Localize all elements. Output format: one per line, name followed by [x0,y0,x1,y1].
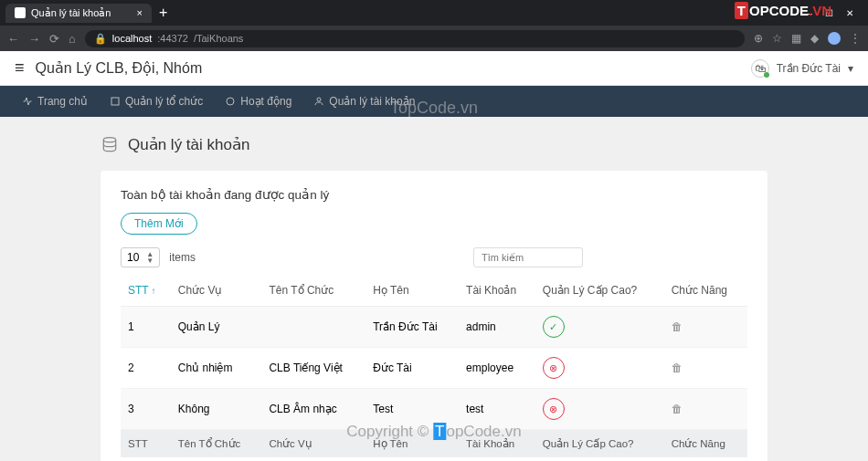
accounts-table: STT Chức Vụ Tên Tổ Chức Họ Tên Tài Khoản… [121,275,747,457]
page-size-select[interactable]: 10 ▲▼ [121,247,160,267]
cell-taikhoan: admin [459,307,535,348]
close-tab-icon[interactable]: × [137,7,143,18]
page-size-value: 10 [127,251,139,264]
svg-point-1 [227,98,234,105]
stepper-arrows-icon: ▲▼ [146,251,153,264]
url-port: :44372 [157,33,188,44]
fcol: Quản Lý Cấp Cao? [535,430,664,458]
home-button[interactable]: ⌂ [69,32,76,46]
cell-stt: 2 [121,348,171,389]
user-icon [313,96,324,107]
fcol: Tài Khoản [459,430,535,458]
cell-action: 🗑 [664,307,747,348]
nav-menu: Trang chủ Quản lý tổ chức Hoạt động Quản… [0,86,868,117]
cell-tochuc: CLB Âm nhạc [261,389,365,430]
menu-icon[interactable]: ⋮ [850,32,861,45]
col-hoten[interactable]: Họ Tên [365,275,459,307]
fcol: Chức Năng [664,430,747,458]
layers-icon [110,96,121,107]
browser-tab[interactable]: Quản lý tài khoản × [5,4,152,23]
search-box [473,247,583,267]
svg-rect-0 [111,98,119,105]
col-chucnang[interactable]: Chức Năng [664,275,747,307]
pulse-icon [22,96,33,107]
watermark-logo: TOPCODE.VN [735,2,831,19]
table-row: 2Chủ nhiệmCLB Tiếng ViệtĐức Tàiemployee⊗… [121,348,747,389]
extension-icons: ⊕ ☆ ▦ ◆ ⋮ [754,32,861,45]
trash-icon[interactable]: 🗑 [672,320,683,333]
nav-label: Quản lý tài khoản [329,95,415,108]
trash-icon[interactable]: 🗑 [672,403,683,415]
cell-chucvu: Không [171,389,262,430]
reload-button[interactable]: ⟳ [49,32,59,46]
lock-icon: 🔒 [94,33,107,45]
cell-hoten: Test [365,389,459,430]
nav-item-org[interactable]: Quản lý tổ chức [99,86,214,117]
col-capcao[interactable]: Quản Lý Cấp Cao? [535,275,664,307]
star-icon[interactable]: ☆ [772,32,782,45]
status-no-icon[interactable]: ⊗ [543,398,565,420]
url-path: /TaiKhoans [194,33,243,44]
cell-taikhoan: employee [459,348,535,389]
ext-icon[interactable]: ⊕ [754,32,763,45]
url-input[interactable]: 🔒 localhost:44372/TaiKhoans [85,30,745,47]
fcol: Tên Tổ Chức [171,430,262,458]
forward-button[interactable]: → [28,32,40,46]
cell-chucvu: Quản Lý [171,307,262,348]
cart-icon: 🛍 [751,59,769,78]
nav-item-home[interactable]: Trang chủ [11,86,99,117]
new-tab-button[interactable]: + [152,5,175,21]
app-title: Quản Lý CLB, Đội, Nhóm [36,59,203,77]
chevron-down-icon: ▾ [848,62,853,75]
svg-point-2 [317,98,321,101]
cell-tochuc [261,307,365,348]
cell-chucvu: Chủ nhiệm [171,348,262,389]
user-name: Trần Đức Tài [777,62,841,75]
gear-icon [225,96,236,107]
card-title: Toàn bộ tài khoản đang được quản lý [121,187,747,202]
database-icon [101,136,119,154]
status-no-icon[interactable]: ⊗ [543,357,565,379]
cell-hoten: Trần Đức Tài [365,307,459,348]
search-input[interactable] [473,247,583,267]
svg-point-3 [103,137,115,141]
cell-action: 🗑 [664,389,747,430]
cell-capcao: ✓ [535,307,664,348]
col-taikhoan[interactable]: Tài Khoản [459,275,535,307]
col-tochuc[interactable]: Tên Tổ Chức [261,275,365,307]
fcol: STT [121,430,171,458]
user-menu[interactable]: 🛍 Trần Đức Tài ▾ [751,59,853,78]
cell-tochuc: CLB Tiếng Việt [261,348,365,389]
back-button[interactable]: ← [7,32,19,46]
trash-icon[interactable]: 🗑 [672,361,683,374]
nav-item-accounts[interactable]: Quản lý tài khoản [302,86,426,117]
hamburger-icon[interactable]: ≡ [15,58,25,78]
ext-icon[interactable]: ▦ [791,32,801,45]
table-header-row: STT Chức Vụ Tên Tổ Chức Họ Tên Tài Khoản… [121,275,747,307]
add-button[interactable]: Thêm Mới [121,213,197,235]
table-row: 1Quản LýTrần Đức Tàiadmin✓🗑 [121,307,747,348]
nav-item-activity[interactable]: Hoạt động [214,86,302,117]
table-footer-row: STT Tên Tổ Chức Chức Vụ Họ Tên Tài Khoản… [121,430,747,458]
profile-icon[interactable] [828,32,841,45]
cell-capcao: ⊗ [535,389,664,430]
page-title: Quản lý tài khoản [128,135,249,154]
status-ok-icon[interactable]: ✓ [543,316,565,338]
address-bar: ← → ⟳ ⌂ 🔒 localhost:44372/TaiKhoans ⊕ ☆ … [0,26,868,51]
url-host: localhost [112,33,152,44]
card: Toàn bộ tài khoản đang được quản lý Thêm… [101,171,767,461]
fcol: Họ Tên [365,430,459,458]
table-controls: 10 ▲▼ items [121,247,747,267]
col-stt[interactable]: STT [121,275,171,307]
cell-stt: 1 [121,307,171,348]
cell-stt: 3 [121,389,171,430]
cell-action: 🗑 [664,348,747,389]
ext-icon[interactable]: ◆ [810,32,819,45]
cell-capcao: ⊗ [535,348,664,389]
page-heading: Quản lý tài khoản [101,135,767,154]
nav-label: Trang chủ [37,95,88,108]
table-row: 3KhôngCLB Âm nhạcTesttest⊗🗑 [121,389,747,430]
close-window-icon[interactable]: ✕ [846,8,853,18]
items-label: items [169,251,196,264]
col-chucvu[interactable]: Chức Vụ [171,275,262,307]
